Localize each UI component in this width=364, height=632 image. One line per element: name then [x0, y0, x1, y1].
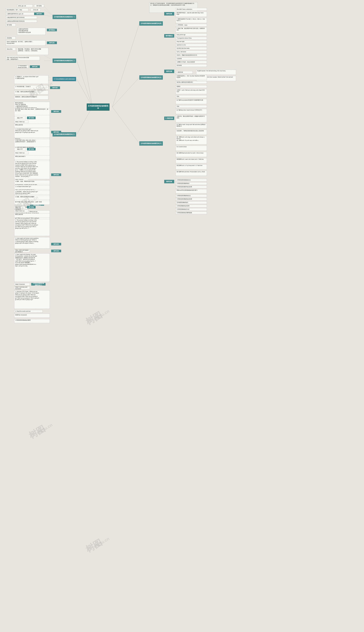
- branch-4-process: 教学过程: [164, 70, 174, 73]
- lesson3-practice-label: 教学过程: [51, 243, 61, 246]
- center-node: 五年级英语教师必备教案范本: [87, 104, 110, 110]
- lesson3-ppt2-label: 复习旧知: [27, 206, 36, 208]
- node-1-7: 2.能运用所学词汇进行日常对话: [6, 16, 37, 19]
- lesson3-airport-1: 3. 期间，巩固，帮助学生复习旧知: [14, 180, 50, 184]
- node-presentation: 4. Presentation Read and write: [17, 66, 28, 68]
- lesson3-holiday-detail: 1. The summer holiday is coming. Is this…: [14, 161, 50, 179]
- obj5-content: 小组讨论，整合运用所学知识，积极参与英语学习活动: [176, 115, 207, 122]
- node-1-14: 教学过程: [47, 42, 57, 44]
- obj-4: 3. 感知了解，能运用所学词汇进行交流，积累英语词汇: [176, 27, 207, 32]
- lesson3-step5b: Step5: Extension: [14, 283, 30, 286]
- obj-radio: 能运用所学知识，Judy the radio field relay: None…: [176, 12, 207, 17]
- lesson3-step6b: Step6: Summary and homework: [14, 287, 30, 289]
- eng-teacher: English teacher: He's tall and strong. H…: [196, 70, 236, 75]
- lesson3-holiday-detail2: 1. The summer holiday is coming. Is this…: [14, 219, 50, 236]
- branch-5-obj: 教学目标: [164, 180, 174, 183]
- lesson3-ext-label: 五年级英语教师必备教案范本(三): [31, 283, 46, 286]
- svg-line-4: [112, 24, 139, 107]
- lesson3-step3: 3. 巩固，期间注意调动学生积极性: [14, 196, 50, 200]
- hard-1: many prices ago: [176, 34, 207, 36]
- b5-obj-6: 小学阶段英语教材知识应用: [176, 198, 207, 200]
- lesson3-role-play: 1. Now I want to be Daming. You want to …: [14, 253, 50, 282]
- process-1: 1. 教师目标: [176, 71, 193, 74]
- obj-1: She didn't have a television.: [176, 8, 207, 10]
- node-1-4: 乙词人器: [30, 8, 40, 11]
- process-aim-2: 让同学：Let's: I find out; Let's sing; Let's…: [176, 89, 207, 94]
- branch-2: 五年级英语教师必备教案范本(二): [52, 58, 76, 63]
- branch-5-label: 五年级英语教师必备教案范本(五): [140, 76, 162, 78]
- svg-line-5: [112, 78, 139, 107]
- node-1-6: 教学目标: [34, 12, 44, 15]
- svg-line-3: [77, 107, 92, 134]
- branch-1: 五年级英语教师必备教案范本(一): [52, 15, 76, 19]
- node-1-3: 初步感知新词、复习、表达: [6, 8, 28, 11]
- header-info: 请注意:以下内容仅供参考，五年级英语教学以提高英语学习兴趣和基础能力为主，请根据…: [149, 2, 198, 13]
- watermark-10: shutu.cn: [92, 536, 110, 549]
- branch-4-obj5: 5. 教材目标: [164, 116, 174, 120]
- b5-obj-10: 小学英语基础知识整理提炼: [176, 212, 207, 214]
- b5-obj-7: 五年级英语教材知识: [176, 201, 207, 204]
- branch-6-label: 五年级英语教师必备教案范本(六): [140, 142, 162, 144]
- lesson3-step12: Step1: Warm up: [14, 210, 28, 212]
- lesson3-ppt: 温故, PPT: [14, 148, 26, 150]
- branch-6: 五年级英语教师必备教案范本(六): [139, 141, 163, 146]
- lesson-step1: Step1: Warm up: [14, 120, 28, 123]
- lesson3-journey: 课堂之旅活动: [14, 213, 50, 218]
- watermark-7: 树图: [27, 423, 47, 442]
- group-section: 第五课时Let's: a: Try Group work: c C Task t…: [176, 164, 207, 170]
- lesson3-ppt2: 温故, PPT: [14, 206, 26, 208]
- svg-line-2: [77, 79, 92, 107]
- obj5-content-2: 以了解For work: Group work Talk and show 运用…: [176, 124, 207, 128]
- branch-4-objective: 教学目标: [164, 12, 174, 16]
- chant-section-2: 第四课时Let's: Learn Let's chant Let's: C Ta…: [176, 158, 207, 163]
- hard-6: 在天上 talk about: [176, 50, 207, 53]
- lesson-warmup-label: 复习旧知: [27, 116, 36, 119]
- process-aim: 该项目: [176, 85, 207, 88]
- branch-1-label: 五年级英语教师必备教案范本(一): [54, 16, 75, 18]
- branch-2-label: 五年级英语教师必备教案范本(二): [54, 60, 75, 62]
- b5-obj-3: 小学阶段英语教学知识应用: [176, 186, 207, 188]
- hard-3: shop last night: [176, 40, 207, 43]
- branch-4: 五年级英语教师必备教案范本(四): [139, 21, 163, 26]
- hard-5: 在沙漠之地 在the fields: [176, 47, 207, 50]
- node-1-5: 1.能听说读写单词 sit, get, set: [6, 12, 37, 15]
- lesson3-summerholiday: 课堂之旅活动练习: [14, 155, 50, 160]
- lesson-warmup: 温故, PPT: [14, 116, 26, 119]
- center-label: 五年级英语教师必备教案范本: [88, 105, 108, 109]
- node-story-content: 播放音频，学生跟读。教师引导学生理解故事内容。小组讨论，分角色表演。: [17, 48, 48, 55]
- node-story: Story time: [6, 48, 16, 50]
- consolidation-sub-1: 1. 巩固练习：An airport show ticket I go?2. 拓…: [14, 75, 48, 84]
- node-1-10: 1.能听说读写单词2.能正确运用句型3.能在情境中灵活运用: [17, 28, 46, 35]
- branch-consolidation-label: 3. Consolidation and extension: [54, 78, 75, 80]
- lesson3-summary2: 1. Summary 引导 Chant：Where are you going?…: [14, 290, 50, 309]
- lesson3-apply: 2. Listen again and answer some question…: [14, 237, 50, 248]
- lesson3-step1: Step1: Warm up: [14, 152, 28, 154]
- obj5-content-3: 在交流时，了解知识的各项活动注意点 总结归纳: [176, 130, 207, 135]
- lesson3-warmup: 1. An airport show ticket I go? What are…: [14, 128, 50, 138]
- hard-10: 高空游览: [176, 64, 207, 67]
- obj-2: 1. 能听说读单词 The dish: 1. She is... She is.…: [176, 18, 207, 23]
- lesson3-where: 2. 学生回答，Where are you going to go?What a…: [14, 190, 50, 194]
- b5-obj-2: 小学阶段英语教材知识: [176, 182, 207, 185]
- know-section: M.C Good to know: [176, 146, 207, 151]
- svg-line-1: [77, 61, 92, 107]
- lesson3-teach-label: 教学过程: [51, 250, 61, 252]
- read-write-section: 第三课时Read and write Fun work: C this to k…: [176, 152, 207, 157]
- branch-4-label: 五年级英语教师必备教案范本(四): [140, 22, 162, 24]
- hard-4: watched on a fun: [176, 44, 207, 46]
- lesson3-ppt-label: 复习旧知: [27, 148, 36, 150]
- obj-3: 2. 书写单词：many: [176, 24, 207, 26]
- watermark-5: 树图: [84, 309, 104, 328]
- node-presentation-label: 教学过程: [30, 66, 40, 68]
- lesson3-review: 复习句型 'when, what, who, where'，运用 + 英语: [14, 201, 50, 205]
- node-1-8: 3.能初步运用英语进行简单交流: [6, 20, 37, 22]
- consolidation-sub-3: 3. 巩固，期间注意调动学生积极性: [14, 90, 48, 94]
- process-3: 知识各人物特征的功能性词汇: [176, 81, 207, 84]
- node-after-read: After read and write: Pronunciation目标巩固，…: [6, 56, 40, 60]
- b5-obj-9: 小学英语基础知识大全: [176, 208, 207, 211]
- hard-9: 1.树哪儿"in"知识，在这儿的意思: [176, 61, 207, 64]
- lesson-practice-label: 教学过程: [51, 174, 61, 176]
- process-storytime: 活动: [176, 105, 207, 108]
- lesson-homework: 课堂之旅活动: [14, 124, 50, 128]
- watermark-8: shutu.cn: [36, 422, 53, 436]
